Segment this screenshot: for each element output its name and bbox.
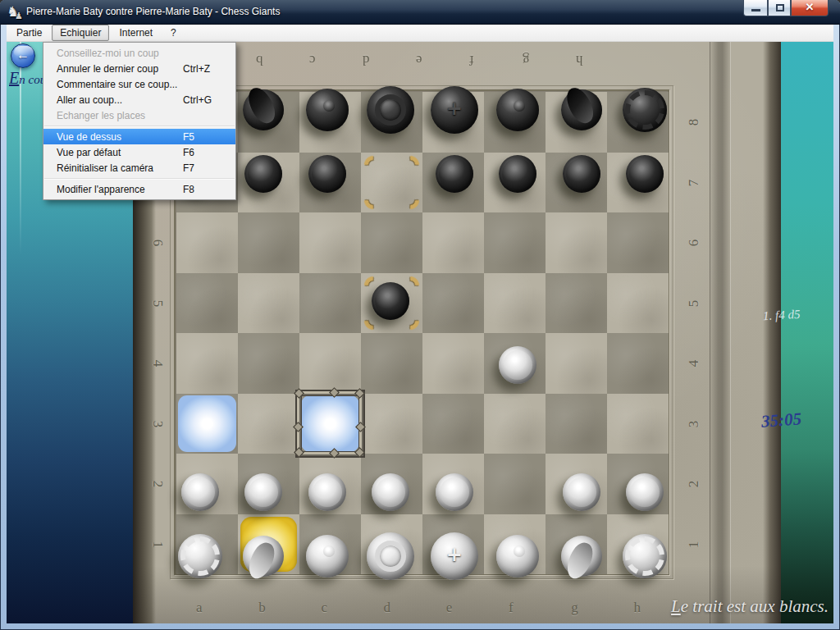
board-groove bbox=[710, 42, 730, 623]
piece-d8-black-queen[interactable] bbox=[367, 86, 414, 134]
move-history-text: 1. f4 d5 bbox=[763, 308, 801, 323]
menu-item-vue-de-dessus[interactable]: Vue de dessusF5 bbox=[43, 129, 235, 144]
square-a5[interactable] bbox=[176, 273, 238, 334]
board-right-edge bbox=[763, 42, 781, 623]
piece-b8-black-knight[interactable] bbox=[243, 89, 284, 130]
square-b4[interactable] bbox=[238, 333, 299, 394]
window-controls: ✕ bbox=[743, 0, 829, 16]
title-bar[interactable]: ♞♟ Pierre-Marie Baty contre Pierre-Marie… bbox=[0, 0, 840, 25]
menu-item-conseillez-moi-un-coup[interactable]: Conseillez-moi un coup bbox=[43, 45, 235, 61]
piece-b1-white-knight[interactable] bbox=[243, 536, 284, 577]
menu-item-commentaire-sur-ce-coup[interactable]: Commentaire sur ce coup... bbox=[43, 76, 235, 92]
square-c5[interactable] bbox=[299, 273, 361, 334]
menu-item-modifier-l-apparence[interactable]: Modifier l'apparenceF8 bbox=[43, 181, 235, 197]
rank-label-right-1: 1 bbox=[686, 541, 702, 548]
file-label-bottom-h: h bbox=[633, 600, 641, 616]
square-d6[interactable] bbox=[361, 212, 422, 273]
piece-d1-white-queen[interactable] bbox=[367, 532, 414, 580]
square-h5[interactable] bbox=[607, 273, 669, 334]
piece-c1-white-bishop[interactable] bbox=[306, 535, 349, 578]
piece-b7-black-pawn[interactable] bbox=[244, 155, 282, 193]
menu-item-vue-par-d-faut[interactable]: Vue par défautF6 bbox=[43, 144, 235, 160]
piece-c2-white-pawn[interactable] bbox=[308, 473, 346, 511]
piece-e7-black-pawn[interactable] bbox=[436, 155, 473, 193]
square-e4[interactable] bbox=[422, 333, 484, 394]
piece-g2-white-pawn[interactable] bbox=[563, 473, 600, 511]
piece-c8-black-bishop[interactable] bbox=[306, 89, 349, 131]
menubar-item-?[interactable]: ? bbox=[162, 25, 185, 41]
file-label-bottom-b: b bbox=[258, 600, 266, 616]
piece-g8-black-knight[interactable] bbox=[561, 89, 602, 130]
piece-g1-white-knight[interactable] bbox=[561, 536, 602, 577]
file-label-top-d: d bbox=[363, 52, 370, 68]
menubar-item-internet[interactable]: Internet bbox=[111, 25, 161, 41]
app-knight-icon: ♞♟ bbox=[7, 4, 23, 21]
menu-item-aller-au-coup[interactable]: Aller au coup...Ctrl+G bbox=[43, 92, 235, 107]
file-label-bottom-g: g bbox=[571, 600, 578, 616]
square-h4[interactable] bbox=[607, 333, 669, 394]
menu-item-shortcut: F5 bbox=[183, 131, 231, 143]
file-label-top-c: c bbox=[309, 52, 316, 68]
square-g5[interactable] bbox=[546, 273, 607, 334]
rank-label-left-2: 2 bbox=[149, 481, 166, 488]
square-h3[interactable] bbox=[607, 394, 669, 454]
square-a4[interactable] bbox=[176, 333, 238, 394]
square-f2[interactable] bbox=[484, 454, 546, 514]
piece-f1-white-bishop[interactable] bbox=[496, 535, 539, 578]
turn-message: Le trait est aux blancs. bbox=[671, 596, 829, 617]
square-c4[interactable] bbox=[299, 333, 361, 394]
piece-g7-black-pawn[interactable] bbox=[563, 155, 600, 193]
piece-e8-black-king[interactable] bbox=[431, 86, 478, 134]
minimize-button[interactable] bbox=[743, 0, 768, 16]
piece-e1-white-king[interactable] bbox=[431, 532, 478, 580]
square-e6[interactable] bbox=[422, 212, 484, 273]
gold-corner-icon bbox=[397, 187, 422, 212]
square-b6[interactable] bbox=[238, 212, 299, 273]
piece-h1-white-rook[interactable] bbox=[623, 534, 667, 578]
rank-label-left-6: 6 bbox=[149, 240, 166, 247]
square-c6[interactable] bbox=[299, 212, 361, 273]
legal-move-glow bbox=[178, 395, 236, 453]
square-g4[interactable] bbox=[546, 333, 607, 394]
square-f6[interactable] bbox=[484, 212, 546, 273]
square-d4[interactable] bbox=[361, 333, 422, 394]
menubar-item-echiquier[interactable]: Echiquier bbox=[52, 25, 109, 41]
piece-a1-white-rook[interactable] bbox=[178, 534, 222, 578]
piece-e2-white-pawn[interactable] bbox=[436, 473, 473, 511]
menubar-item-partie[interactable]: Partie bbox=[8, 25, 50, 41]
file-label-top-e: e bbox=[416, 52, 422, 68]
rank-label-left-3: 3 bbox=[149, 420, 166, 427]
close-button[interactable]: ✕ bbox=[791, 0, 829, 16]
hover-square-frame bbox=[297, 391, 363, 457]
maximize-button[interactable] bbox=[768, 0, 791, 16]
piece-f8-black-bishop[interactable] bbox=[496, 89, 539, 131]
frame-ornament bbox=[354, 447, 365, 458]
file-label-top-b: b bbox=[256, 52, 263, 68]
piece-h7-black-pawn[interactable] bbox=[626, 155, 664, 193]
piece-f7-black-pawn[interactable] bbox=[499, 155, 536, 193]
menu-item-echanger-les-places[interactable]: Echanger les places bbox=[43, 107, 235, 123]
square-g3[interactable] bbox=[546, 394, 607, 454]
menu-item-r-initialiser-la-cam-ra[interactable]: Réinitialiser la caméraF7 bbox=[43, 160, 235, 176]
piece-a2-white-pawn[interactable] bbox=[181, 473, 219, 511]
piece-h8-black-rook[interactable] bbox=[623, 88, 667, 132]
menu-item-annuler-le-dernier-coup[interactable]: Annuler le dernier coupCtrl+Z bbox=[43, 61, 235, 76]
file-label-bottom-f: f bbox=[509, 600, 514, 616]
square-e5[interactable] bbox=[422, 273, 484, 334]
square-a6[interactable] bbox=[176, 212, 238, 273]
file-label-top-g: g bbox=[523, 52, 530, 68]
square-e3[interactable] bbox=[422, 394, 484, 454]
square-f5[interactable] bbox=[484, 273, 546, 334]
square-d3[interactable] bbox=[361, 394, 422, 454]
menu-item-label: Conseillez-moi un coup bbox=[57, 48, 183, 59]
square-f3[interactable] bbox=[484, 394, 546, 454]
piece-f4-white-pawn[interactable] bbox=[499, 346, 536, 384]
square-g6[interactable] bbox=[546, 212, 607, 273]
back-button[interactable]: ← bbox=[11, 43, 35, 68]
menu-item-label: Annuler le dernier coup bbox=[57, 63, 183, 75]
square-b5[interactable] bbox=[238, 273, 299, 334]
square-h6[interactable] bbox=[607, 212, 669, 273]
square-b3[interactable] bbox=[238, 394, 299, 454]
menu-item-shortcut: Ctrl+G bbox=[183, 94, 231, 106]
piece-c7-black-pawn[interactable] bbox=[308, 155, 346, 193]
